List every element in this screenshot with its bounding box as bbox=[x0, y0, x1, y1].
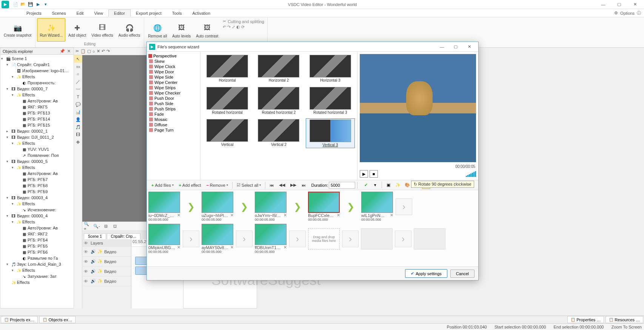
qat-save-icon[interactable]: 💾 bbox=[27, 1, 34, 8]
eye-icon[interactable]: 👁 bbox=[84, 241, 89, 245]
menu-view[interactable]: View bbox=[89, 10, 108, 17]
tool-tooltip[interactable]: 💬 bbox=[74, 101, 82, 108]
transition-arrow[interactable]: › bbox=[289, 231, 306, 247]
delete-icon[interactable]: ✕ bbox=[230, 245, 234, 250]
sequence-item[interactable]: iu~0DMcZ_X8.j…✕00:00:05.000 bbox=[148, 192, 180, 222]
tree-node[interactable]: ◐Прозрачность: bbox=[1, 80, 73, 86]
tree-node[interactable]: ▾🎬Scene 1 bbox=[1, 56, 73, 62]
tree-node[interactable]: ↘Затухание: Зат bbox=[1, 273, 73, 279]
tree-node[interactable]: ▦АвтоУровни: Ав bbox=[1, 225, 73, 231]
tool-cursor[interactable]: ↖ bbox=[74, 55, 82, 63]
copy-icon[interactable]: 📋 bbox=[80, 49, 86, 54]
crop-icon[interactable]: ▣ bbox=[384, 181, 393, 189]
add-object-button[interactable]: ✚Add object bbox=[66, 18, 88, 42]
tree-node[interactable]: ▾📄Спрайт: Спрайт1 bbox=[1, 62, 73, 68]
effect-item[interactable]: Wipe Center bbox=[148, 80, 199, 85]
tree-node[interactable]: ▦РГБ: РГБ14 bbox=[1, 116, 73, 122]
tree-node[interactable]: ▾🎞Видео: 00003_4 bbox=[1, 195, 73, 201]
qat-open-icon[interactable]: 📂 bbox=[20, 1, 26, 8]
drop-hint[interactable]: Drag and drop media files here bbox=[308, 228, 340, 249]
delete-icon[interactable]: ✕ bbox=[337, 213, 340, 218]
maximize-button[interactable]: ▢ bbox=[612, 0, 627, 9]
transition-arrow[interactable]: › bbox=[183, 231, 199, 247]
effect-item[interactable]: Page Turn bbox=[148, 127, 199, 133]
transition-thumb[interactable]: Vertical 3 bbox=[306, 118, 355, 148]
remove-all-button[interactable]: 🌐Remove all bbox=[146, 18, 169, 42]
transition-arrow[interactable]: ❯ bbox=[342, 198, 359, 215]
volume-indicator[interactable] bbox=[466, 171, 476, 177]
transition-thumb[interactable]: Horizontal 3 bbox=[306, 54, 355, 83]
transition-thumb[interactable]: Rotated horizontal 2 bbox=[254, 86, 303, 115]
close-button[interactable]: ✕ bbox=[627, 0, 642, 9]
effect-item[interactable]: Push Strips bbox=[148, 106, 199, 112]
tree-node[interactable]: ▾🎵Звук: Lorn-Acid_Rain_3 bbox=[1, 261, 73, 267]
tree-node[interactable]: ▦ЯКГ: ЯКГ2 bbox=[1, 231, 73, 237]
cancel-button[interactable]: Cancel bbox=[450, 270, 475, 278]
bottom-tab-projects[interactable]: 📋 Projects ex… bbox=[1, 316, 38, 323]
color-icon[interactable]: 🎨 bbox=[403, 181, 411, 189]
effect-item[interactable]: Wipe Strips bbox=[148, 85, 199, 90]
play-button[interactable]: ▶ bbox=[360, 170, 368, 178]
auto-contrast-button[interactable]: 🖼Auto contrast bbox=[194, 18, 220, 42]
qat-more-icon[interactable]: ▾ bbox=[42, 1, 49, 8]
dialog-maximize-button[interactable]: ▢ bbox=[449, 43, 462, 51]
tool-video[interactable]: 🎞 bbox=[74, 131, 82, 138]
transition-thumb[interactable]: Rotated horizontal 3 bbox=[306, 86, 355, 115]
sequence-item[interactable]: ffDBUnmT1h4…✕00:00:05.000 bbox=[255, 224, 287, 254]
effect-item[interactable]: Wipe Door bbox=[148, 69, 199, 74]
nav-next-icon[interactable]: ▶▶ bbox=[288, 182, 299, 188]
menu-projects[interactable]: Projects bbox=[21, 10, 47, 17]
minimize-button[interactable]: ― bbox=[596, 0, 611, 9]
undo-icon[interactable]: ↶ bbox=[102, 49, 105, 54]
add-files-button[interactable]: +Add files▾ bbox=[149, 182, 176, 188]
ribbon-misc-tools[interactable]: ↶ ↷ ⤢ ◐ ⟳ bbox=[223, 25, 264, 29]
transition-thumb[interactable]: Horizontal 2 bbox=[254, 54, 303, 83]
tree-node[interactable]: ▾🎞Видео: 00000_4 bbox=[1, 213, 73, 219]
cutting-splitting-label[interactable]: ✂Cutting and splitting bbox=[223, 19, 264, 24]
bottom-tab-resources[interactable]: 📋 Resources … bbox=[605, 316, 643, 323]
redo-icon[interactable]: ↷ bbox=[106, 49, 110, 54]
sequence-item[interactable]: oJwYrm~I5lE.jpg…✕00:00:05.000 bbox=[255, 192, 287, 222]
menu-edit[interactable]: Edit bbox=[71, 10, 89, 17]
qat-new-icon[interactable]: 📄 bbox=[12, 1, 19, 8]
menu-activation[interactable]: Activation bbox=[187, 10, 216, 17]
options-gear-icon[interactable]: ⚙ bbox=[614, 11, 618, 15]
tool-ellipse[interactable]: ○ bbox=[74, 70, 82, 78]
transition-thumb[interactable]: Vertical bbox=[203, 118, 252, 148]
tree-node[interactable]: ▸🎞Видео: 00002_1 bbox=[1, 128, 73, 134]
zoom-reset-icon[interactable]: ⊡ bbox=[111, 223, 119, 230]
dialog-close-button[interactable]: ✕ bbox=[462, 43, 476, 51]
bottom-tab-properties[interactable]: 📋 Properties … bbox=[567, 316, 604, 323]
magic-icon[interactable]: ✨ bbox=[394, 181, 402, 189]
zoom-in-icon[interactable]: 🔍+ bbox=[84, 223, 91, 230]
tree-node[interactable]: ▾✨Effects bbox=[1, 140, 73, 146]
sequence-item[interactable]: wIL1gPnNWD…✕00:00:05.000 bbox=[361, 192, 393, 222]
tree-node[interactable]: ▦ЯКГ: ЯКГ5 bbox=[1, 104, 73, 110]
effect-item[interactable]: Fade bbox=[148, 112, 199, 117]
tree-node[interactable]: ▦АвтоУровни: Ав bbox=[1, 98, 73, 104]
qat-play-icon[interactable]: ▶ bbox=[35, 1, 42, 8]
effect-item[interactable]: Mosaic bbox=[148, 117, 199, 122]
run-wizard-button[interactable]: ✨Run Wizard... bbox=[37, 18, 65, 42]
audio-effects-button[interactable]: 🎧Audio effects bbox=[116, 18, 143, 42]
select-all-button[interactable]: ☑ Select all▾ bbox=[234, 182, 263, 188]
tree-node[interactable]: ▦РГБ: РГБ7 bbox=[1, 177, 73, 183]
menu-export-project[interactable]: Export project bbox=[131, 10, 167, 17]
apply-settings-button[interactable]: ✔Apply settings bbox=[405, 269, 447, 278]
tree-node[interactable]: ▾✨Effects bbox=[1, 74, 73, 80]
tree-node[interactable]: ▦АвтоУровни: Ав bbox=[1, 170, 73, 177]
duration-input[interactable] bbox=[329, 182, 355, 189]
apply-check-icon[interactable]: ✔ bbox=[362, 181, 370, 189]
effect-item[interactable]: Skew bbox=[148, 59, 199, 64]
sequence-item[interactable]: 0MIpknUBGK4…✕00:00:05.000 bbox=[148, 224, 180, 254]
tree-node[interactable]: ▾✨Effects bbox=[1, 164, 73, 170]
tree-node[interactable]: ↗Появление: Поя bbox=[1, 152, 73, 158]
tool-move[interactable]: ✥ bbox=[74, 138, 82, 146]
tool-line[interactable]: ／ bbox=[74, 78, 82, 85]
tree-node[interactable]: ▾🎞Видео: 00000_7 bbox=[1, 86, 73, 92]
menu-scenes[interactable]: Scenes bbox=[47, 10, 71, 17]
tree-node[interactable]: ▦РГБ: РГБ15 bbox=[1, 122, 73, 128]
tree-node[interactable]: ▾✨Effects bbox=[1, 219, 73, 225]
tool-text[interactable]: T bbox=[74, 93, 82, 101]
dialog-minimize-button[interactable]: ― bbox=[435, 43, 449, 51]
